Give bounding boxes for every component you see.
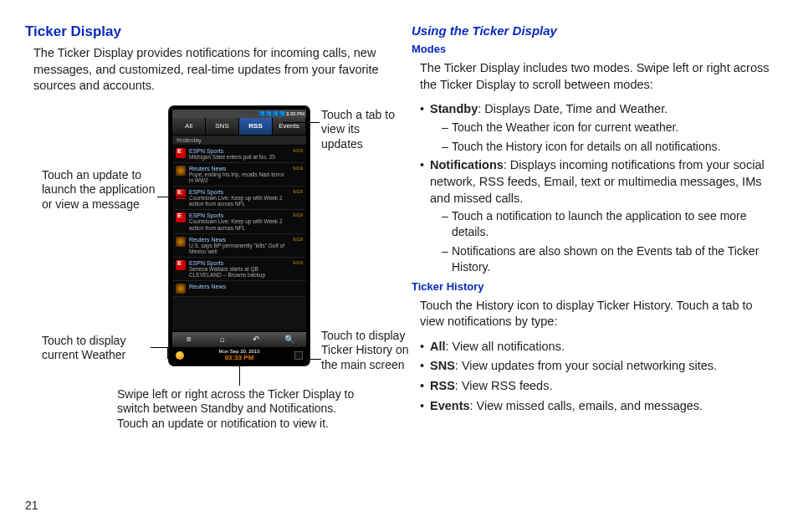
- tab-sns[interactable]: SNS: [206, 118, 239, 135]
- notif-sub1: Touch a notification to launch the appli…: [442, 208, 773, 240]
- feed-date: 9/19: [289, 148, 303, 153]
- history-icon[interactable]: [294, 351, 303, 360]
- weather-icon[interactable]: [176, 351, 184, 360]
- callout-weather: Touch to display current Weather: [42, 334, 151, 363]
- tab-events[interactable]: Events: [273, 118, 306, 135]
- feed-item[interactable]: Reuters News: [172, 281, 306, 297]
- hist-all-text: : View all notifications.: [446, 340, 565, 353]
- feed-list: ESPN SportsMichigan State enters poll at…: [172, 146, 306, 298]
- callout-tab-line: [283, 122, 320, 123]
- feed-item[interactable]: Reuters NewsPope, ending his trip, recal…: [172, 163, 306, 187]
- left-column: Ticker Display The Ticker Display provid…: [25, 23, 386, 515]
- feed-headline: Pope, ending his trip, recalls Nazi terr…: [189, 171, 286, 183]
- phone-tabs: All SNS RSS Events: [172, 118, 306, 135]
- feed-headline: Seneca Wallace starts at QB CLEVELAND --…: [189, 266, 286, 278]
- modes-list: Standby: Displays Date, Time and Weather…: [412, 101, 773, 275]
- feed-date: 9/19: [289, 237, 303, 242]
- battery-icon: [279, 111, 284, 116]
- feed-item-text: ESPN SportsCountdown Live: Keep up with …: [189, 189, 286, 207]
- feed-date: 9/19: [289, 212, 303, 217]
- feed-item-text: Reuters NewsPope, ending his trip, recal…: [189, 166, 286, 183]
- feed-headline: Michigan State enters poll at No. 25: [189, 154, 286, 160]
- divider-yesterday: Yesterday: [172, 135, 306, 146]
- feed-item[interactable]: ESPN SportsMichigan State enters poll at…: [172, 146, 306, 163]
- bullet-standby: Standby: Displays Date, Time and Weather…: [420, 101, 773, 154]
- right-column: Using the Ticker Display Modes The Ticke…: [412, 23, 773, 515]
- feed-source: ESPN Sports: [189, 189, 286, 195]
- espn-icon: [176, 189, 186, 199]
- callout-swipe: Swipe left or right across the Ticker Di…: [117, 387, 368, 432]
- hist-rss-label: RSS: [430, 379, 455, 392]
- subsection-using-ticker: Using the Ticker Display: [412, 23, 773, 38]
- ticker-bar: Mon Sep 20, 2010 03:33 PM: [172, 349, 306, 362]
- ticker-time: 03:33 PM: [187, 354, 291, 361]
- feed-item-text: ESPN SportsSeneca Wallace starts at QB C…: [189, 260, 286, 278]
- feed-item-text: Reuters News: [189, 284, 286, 289]
- history-intro: Touch the History icon to display Ticker…: [412, 298, 773, 330]
- feed-item[interactable]: ESPN SportsCountdown Live: Keep up with …: [172, 187, 306, 210]
- feed-date: 9/19: [289, 260, 303, 265]
- feed-item-text: ESPN SportsCountdown Live: Keep up with …: [189, 212, 286, 230]
- feed-source: ESPN Sports: [189, 148, 286, 154]
- phone-figure: 3:33 PM All SNS RSS Events Yesterday ESP…: [25, 103, 386, 463]
- feed-item[interactable]: ESPN SportsCountdown Live: Keep up with …: [172, 210, 306, 233]
- wifi-icon: [273, 111, 278, 116]
- feed-item-text: ESPN SportsMichigan State enters poll at…: [189, 148, 286, 160]
- heading-modes: Modes: [412, 43, 773, 55]
- reuters-icon: [176, 284, 186, 294]
- callout-history-line: [304, 359, 321, 360]
- hist-rss-text: : View RSS feeds.: [455, 379, 553, 392]
- menu-key[interactable]: ≡: [172, 332, 206, 347]
- soft-keys: ≡ ⌂ ↶ 🔍: [172, 332, 306, 347]
- bullet-notifications: Notifications: Displays incoming notific…: [420, 157, 773, 274]
- ticker-datetime: Mon Sep 20, 2010 03:33 PM: [187, 349, 291, 361]
- status-clock: 3:33 PM: [286, 111, 304, 116]
- notif-sub2: Notifications are also shown on the Even…: [442, 243, 773, 275]
- back-key[interactable]: ↶: [239, 332, 273, 347]
- callout-update: Touch an update to launch the applicatio…: [42, 168, 159, 212]
- bullet-hist-sns: SNS: View updates from your social netwo…: [420, 358, 773, 375]
- tab-all[interactable]: All: [172, 118, 206, 135]
- feed-source: Reuters News: [189, 166, 286, 171]
- callout-tab: Touch a tab to view its updates: [321, 108, 396, 152]
- reuters-icon: [176, 166, 186, 176]
- history-list: All: View all notifications. SNS: View u…: [412, 339, 773, 414]
- feed-date: 9/19: [289, 189, 303, 194]
- feed-source: ESPN Sports: [189, 212, 286, 218]
- callout-update-line: [157, 197, 191, 197]
- modes-intro: The Ticker Display includes two modes. S…: [412, 60, 773, 93]
- signal-icon: [259, 111, 264, 116]
- reuters-icon: [176, 237, 186, 247]
- feed-source: ESPN Sports: [189, 260, 286, 266]
- standby-text: : Displays Date, Time and Weather.: [478, 102, 668, 115]
- page-number: 21: [25, 499, 38, 512]
- feed-item-text: Reuters NewsU.S. says BP permanently "ki…: [189, 237, 286, 254]
- section-heading-ticker-display: Ticker Display: [25, 23, 386, 40]
- feed-source: Reuters News: [189, 237, 286, 243]
- feed-headline: U.S. says BP permanently "kills" Gulf of…: [189, 243, 286, 254]
- feed-source: Reuters News: [189, 284, 286, 289]
- search-key[interactable]: 🔍: [273, 332, 306, 347]
- bluetooth-icon: [266, 111, 271, 116]
- espn-icon: [176, 212, 186, 223]
- feed-headline: Countdown Live: Keep up with Week 2 acti…: [189, 218, 286, 230]
- feed-item[interactable]: ESPN SportsSeneca Wallace starts at QB C…: [172, 258, 306, 281]
- callout-swipe-line: [239, 366, 240, 386]
- hist-events-text: : View missed calls, emails, and message…: [470, 399, 703, 412]
- bullet-hist-events: Events: View missed calls, emails, and m…: [420, 398, 773, 415]
- tab-rss[interactable]: RSS: [239, 118, 273, 135]
- feed-item[interactable]: Reuters NewsU.S. says BP permanently "ki…: [172, 234, 306, 258]
- home-key[interactable]: ⌂: [206, 332, 239, 347]
- feed-date: 9/19: [289, 166, 303, 171]
- bullet-hist-rss: RSS: View RSS feeds.: [420, 378, 773, 395]
- feed-headline: Countdown Live: Keep up with Week 2 acti…: [189, 195, 286, 207]
- bullet-hist-all: All: View all notifications.: [420, 339, 773, 356]
- intro-paragraph: The Ticker Display provides notification…: [25, 45, 386, 95]
- hist-sns-text: : View updates from your social networki…: [455, 359, 717, 372]
- hist-all-label: All: [430, 340, 446, 353]
- espn-icon: [176, 260, 186, 270]
- callout-weather-line2: [167, 347, 168, 359]
- standby-label: Standby: [430, 102, 478, 115]
- hist-sns-label: SNS: [430, 359, 455, 372]
- espn-icon: [176, 148, 186, 158]
